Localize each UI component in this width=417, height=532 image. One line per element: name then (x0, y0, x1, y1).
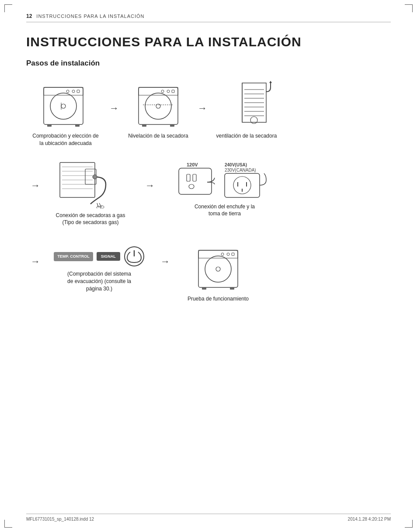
svg-point-39 (93, 175, 97, 179)
svg-point-5 (72, 90, 75, 93)
corner-mark-tl (4, 4, 12, 12)
sub-title: Pasos de instalación (26, 59, 391, 68)
svg-rect-8 (75, 124, 80, 127)
svg-point-1 (50, 93, 76, 119)
step-7-caption: Prueba de funcionamiento (188, 295, 249, 303)
svg-point-63 (227, 253, 229, 256)
corner-mark-tr (405, 4, 413, 12)
steps-row-2: → (26, 160, 391, 227)
svg-point-59 (205, 256, 231, 282)
arrow-1-2: → (105, 81, 123, 114)
svg-rect-47 (193, 174, 196, 181)
svg-rect-6 (77, 90, 80, 93)
svg-marker-29 (269, 81, 272, 83)
svg-point-15 (167, 90, 170, 93)
step-6-caption: (Comprobación del sistema de evacuación)… (64, 270, 134, 292)
footer: MFL67731015_sp_140128.indd 12 2014.1.28 … (26, 514, 391, 522)
main-title: INSTRUCCIONES PARA LA INSTALACIÓN (26, 35, 391, 49)
svg-point-2 (61, 104, 66, 108)
svg-text:230V(CANADA): 230V(CANADA) (225, 168, 256, 173)
svg-line-40 (97, 203, 98, 207)
steps-grid: Comprobación y elección de la ubicación … (26, 81, 391, 316)
footer-left: MFL67731015_sp_140128.indd 12 (26, 517, 94, 522)
step-2: Nivelación de la secadora (123, 81, 193, 140)
step-3: ventilación de la secadora (212, 81, 281, 140)
svg-point-11 (145, 93, 171, 119)
signal-button[interactable]: SIGNAL (97, 252, 120, 261)
arrow-0-4: → (26, 160, 45, 191)
page: 12 INSTRUCCIONES PARA LA INSTALACIÓN INS… (0, 0, 417, 532)
steps-row-1: Comprobación y elección de la ubicación … (26, 81, 391, 147)
step-7: Prueba de funcionamiento (183, 244, 253, 303)
step-2-caption: Nivelación de la secadora (128, 132, 188, 140)
step-1-caption: Comprobación y elección de la ubicación … (31, 132, 101, 147)
step-4: Conexión de secadoras a gas (Tipo de sec… (49, 160, 132, 227)
step-4-caption: Conexión de secadoras a gas (Tipo de sec… (56, 212, 125, 227)
arrow-6-7: → (156, 244, 174, 267)
svg-rect-66 (230, 287, 234, 290)
footer-right: 2014.1.28 4:20:12 PM (348, 517, 391, 522)
arrow-4-5: → (141, 160, 159, 191)
svg-rect-64 (232, 253, 234, 256)
svg-rect-16 (172, 90, 174, 93)
arrow-2-3: → (193, 81, 212, 114)
step-3-caption: ventilación de la secadora (216, 132, 277, 140)
svg-point-60 (216, 267, 220, 271)
arrow-5-6: → (26, 244, 45, 267)
steps-row-3: → TEMP. CONTROL SIGNAL (Comproba (26, 244, 391, 303)
svg-rect-65 (202, 287, 206, 290)
page-number: 12 (26, 13, 32, 19)
svg-point-4 (66, 90, 69, 93)
step-5: 120V 240V(USA) 230V(CANADA (163, 160, 286, 218)
svg-rect-17 (142, 124, 146, 127)
svg-text:240V(USA): 240V(USA) (225, 162, 247, 167)
svg-rect-7 (47, 124, 52, 127)
svg-point-48 (189, 184, 194, 189)
step-1: Comprobación y elección de la ubicación … (26, 81, 105, 147)
svg-point-43 (100, 206, 104, 208)
step-5-caption: Conexión del enchufe y la toma de tierra (190, 203, 260, 218)
corner-mark-bl (4, 520, 12, 528)
svg-rect-18 (170, 124, 174, 127)
svg-point-14 (161, 90, 164, 93)
header: 12 INSTRUCCIONES PARA LA INSTALACIÓN (26, 13, 391, 22)
step-6: TEMP. CONTROL SIGNAL (Comprobación del s… (51, 244, 147, 292)
svg-point-62 (221, 253, 224, 256)
temp-control-button[interactable]: TEMP. CONTROL (54, 252, 93, 261)
header-text: INSTRUCCIONES PARA LA INSTALACIÓN (36, 14, 144, 19)
svg-rect-46 (187, 174, 190, 181)
svg-text:120V: 120V (187, 162, 198, 167)
corner-mark-br (405, 520, 413, 528)
